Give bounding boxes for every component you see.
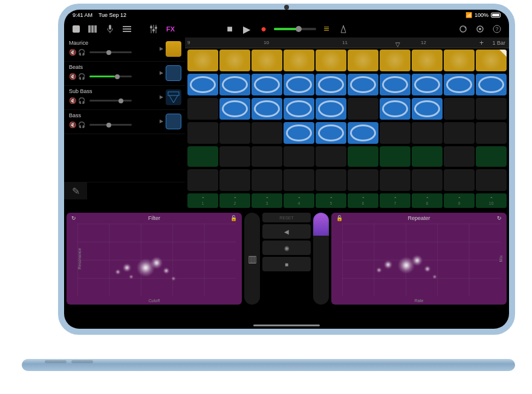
stop-button[interactable]: ■ [223, 23, 236, 35]
loop-cell[interactable] [412, 98, 443, 120]
loop-cell-empty[interactable] [251, 169, 282, 191]
instrument-icon-drum-machine[interactable] [166, 41, 181, 57]
loop-button[interactable] [457, 23, 469, 35]
headphone-icon[interactable]: 🎧 [78, 121, 85, 128]
track-volume[interactable] [89, 124, 132, 126]
loop-cell-empty[interactable] [187, 122, 218, 144]
headphone-icon[interactable]: 🎧 [78, 49, 85, 56]
settings-button[interactable] [474, 23, 486, 35]
gate-slider[interactable]: ▥ [244, 213, 260, 305]
refresh-icon[interactable]: ↻ [71, 215, 76, 221]
metronome-button[interactable] [337, 23, 350, 35]
loop-cell-empty[interactable] [219, 169, 250, 191]
loop-cell-empty[interactable] [316, 169, 346, 191]
loop-cell[interactable] [219, 98, 250, 120]
loop-cell-empty[interactable] [284, 169, 314, 191]
loop-cell[interactable] [316, 50, 346, 71]
loop-cell[interactable] [284, 50, 314, 71]
loop-cell[interactable] [348, 146, 378, 167]
loop-cell[interactable] [219, 74, 250, 95]
loop-cell-empty[interactable] [187, 98, 218, 120]
loop-cell[interactable] [348, 122, 378, 144]
fx-button[interactable]: FX [164, 23, 177, 35]
loop-cell-empty[interactable] [476, 122, 507, 144]
loop-cell-empty[interactable] [251, 146, 282, 167]
scratch-button[interactable]: ◉ [262, 241, 311, 255]
scene-trigger[interactable]: ⌃4 [284, 193, 314, 208]
loop-cell[interactable] [316, 122, 346, 144]
track-row[interactable]: Bass 🔇 🎧 ▶ [64, 110, 185, 134]
scene-trigger[interactable]: ⌃8 [412, 193, 443, 208]
tape-stop-button[interactable]: ■ [262, 257, 311, 271]
mute-icon[interactable]: 🔇 [69, 73, 76, 80]
loop-cell-empty[interactable] [284, 146, 314, 167]
browser-button[interactable] [70, 23, 82, 35]
ruler[interactable]: 9 10 11 ▽ 12 + 1 Bar [185, 37, 509, 48]
track-volume[interactable] [89, 51, 132, 53]
scene-trigger[interactable]: ⌃3 [251, 193, 282, 208]
track-volume[interactable] [89, 100, 132, 102]
headphone-icon[interactable]: 🎧 [78, 97, 85, 104]
mute-icon[interactable]: 🔇 [69, 49, 76, 56]
loop-cell-empty[interactable] [348, 169, 378, 191]
instrument-icon-synth[interactable] [166, 114, 181, 129]
loop-cell[interactable] [380, 98, 410, 120]
track-row[interactable]: Maurice 🔇 🎧 ▶ [64, 37, 185, 62]
record-button[interactable]: ● [257, 23, 270, 35]
play-button[interactable]: ▶ [240, 23, 253, 35]
chevron-right-icon[interactable]: ▶ [160, 70, 163, 76]
track-row[interactable]: Beats 🔇 🎧 .track-slider.green::before{wi… [64, 62, 185, 86]
loop-cell-empty[interactable] [476, 98, 507, 120]
loop-cell[interactable] [187, 146, 218, 167]
downsample-slider[interactable] [313, 213, 329, 305]
repeater-xy-pad[interactable]: 🔓 Repeater ↻ Mix Rate [331, 213, 507, 305]
loop-cell[interactable] [412, 74, 443, 95]
loop-cell[interactable] [348, 50, 378, 71]
loop-cell[interactable] [187, 74, 218, 95]
tracks-button[interactable] [87, 23, 99, 35]
mute-icon[interactable]: 🔇 [69, 121, 76, 128]
scene-trigger[interactable]: ⌃5 [316, 193, 346, 208]
mute-icon[interactable]: 🔇 [69, 97, 76, 104]
section-length[interactable]: 1 Bar [492, 40, 505, 46]
edit-grid-button[interactable]: ✎ [64, 182, 87, 199]
loop-cell-empty[interactable] [412, 122, 443, 144]
chevron-right-icon[interactable]: ▶ [160, 46, 163, 51]
loop-cell[interactable] [380, 146, 410, 167]
loop-cell[interactable] [251, 98, 282, 120]
reset-button[interactable]: RESET [262, 213, 311, 222]
loop-cell[interactable] [284, 122, 314, 144]
loop-cell[interactable] [476, 146, 507, 167]
loop-cell-empty[interactable] [476, 169, 507, 191]
loop-cell-empty[interactable] [412, 169, 443, 191]
headphone-icon[interactable]: 🎧 [78, 73, 85, 80]
reverse-button[interactable]: ◀ [262, 224, 311, 239]
filter-xy-pad[interactable]: ↻ Filter 🔓 Resonance Cutoff [66, 213, 242, 305]
playhead-icon[interactable]: ▽ [395, 41, 400, 48]
loop-cell[interactable] [380, 74, 410, 95]
scene-trigger[interactable]: ⌃6 [348, 193, 378, 208]
master-volume[interactable] [274, 28, 316, 30]
loop-cell-empty[interactable] [380, 169, 410, 191]
instrument-icon-stand[interactable] [166, 89, 181, 105]
loop-cell[interactable] [316, 74, 346, 95]
loop-cell[interactable] [444, 74, 475, 95]
scene-trigger[interactable]: ⌃9 [444, 193, 475, 208]
loop-cell[interactable] [284, 74, 314, 95]
chevron-right-icon[interactable]: ▶ [160, 94, 163, 100]
loop-cell-empty[interactable] [444, 169, 475, 191]
controls-button[interactable] [148, 23, 160, 35]
loop-cell-empty[interactable] [444, 146, 475, 167]
scene-trigger[interactable]: ⌃7 [380, 193, 410, 208]
loop-cell-empty[interactable] [444, 122, 475, 144]
track-volume[interactable]: .track-slider.green::before{width:42px} [89, 76, 132, 77]
loop-cell[interactable] [476, 50, 507, 71]
loop-cell[interactable] [251, 50, 282, 71]
loop-cell[interactable] [219, 50, 250, 71]
loop-cell[interactable] [412, 50, 443, 71]
loop-cell[interactable] [316, 98, 346, 120]
loop-cell-empty[interactable] [219, 122, 250, 144]
lock-icon[interactable]: 🔓 [230, 215, 237, 221]
mic-button[interactable] [104, 23, 116, 35]
loop-cell[interactable] [412, 146, 443, 167]
